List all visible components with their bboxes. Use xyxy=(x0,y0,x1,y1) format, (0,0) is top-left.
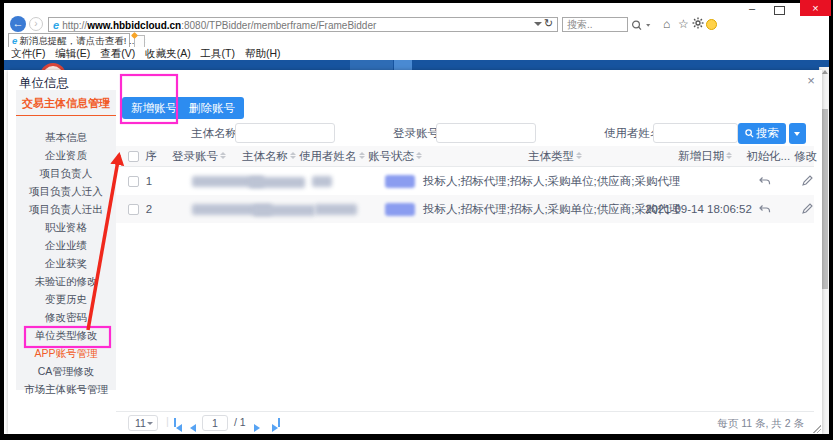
menu-bar: 文件(F) 编辑(E) 查看(V) 收藏夹(A) 工具(T) 帮助(H) xyxy=(4,47,829,61)
pagination-bar: 11 | / 1 每页 11 条, 共 2 条 xyxy=(116,411,814,434)
chevron-down-icon xyxy=(104,101,110,105)
tab-title: 新消息提醒，请点击查看! ... xyxy=(19,35,137,46)
edit-pencil-icon[interactable] xyxy=(800,202,814,216)
sort-icon[interactable] xyxy=(290,152,296,160)
sort-icon[interactable] xyxy=(220,152,226,160)
subject-name-label: 主体名称: xyxy=(191,123,240,143)
row-checkbox[interactable] xyxy=(128,204,139,215)
sidebar-item-qualification[interactable]: 企业资质 xyxy=(16,146,116,164)
url-host: www.hbbidcloud.cn xyxy=(87,20,181,31)
unit-info-modal: 单位信息 × 交易主体信息管理 基本信息 企业资质 项目负责人 项目负责人迁入 … xyxy=(8,70,822,434)
sidebar-item-performance[interactable]: 企业业绩 xyxy=(16,236,116,254)
select-all-checkbox[interactable] xyxy=(128,151,139,162)
sidebar-item-pm-transfer-out[interactable]: 项目负责人迁出 xyxy=(16,200,116,218)
refresh-icon[interactable]: ↻ xyxy=(544,17,553,30)
browser-search-input[interactable]: 搜索.. xyxy=(562,17,628,32)
browser-window: – × ← › ehttp://www.hbbidcloud.cn:8080/T… xyxy=(4,3,829,434)
scrollbar-up-icon[interactable] xyxy=(822,70,828,74)
user-name-input[interactable] xyxy=(653,123,738,143)
redacted-user-name xyxy=(315,204,357,215)
page-header-band xyxy=(4,60,829,70)
scrollbar-thumb[interactable] xyxy=(821,109,828,289)
row-seq: 2 xyxy=(143,195,155,223)
sidebar-section-trade-subject[interactable]: 交易主体信息管理 xyxy=(16,94,116,112)
table-header: 序 登录账号 主体名称 使用者姓名 账号状态 主体类型 新增日期 初始化... … xyxy=(116,146,814,167)
sidebar-item-market-subject-account[interactable]: 市场主体账号管理 xyxy=(16,380,116,398)
initialize-undo-icon[interactable] xyxy=(758,202,772,216)
delete-account-button[interactable]: 删除账号 xyxy=(180,97,244,119)
forward-button[interactable]: › xyxy=(29,17,43,31)
sidebar-item-unverified-changes[interactable]: 未验证的修改 xyxy=(16,272,116,290)
edit-pencil-icon[interactable] xyxy=(800,174,814,188)
row-checkbox[interactable] xyxy=(128,176,139,187)
prev-page-button[interactable] xyxy=(190,418,196,427)
sort-icon[interactable] xyxy=(726,152,732,160)
sort-icon[interactable] xyxy=(416,152,422,160)
settings-gear-icon[interactable] xyxy=(692,17,704,33)
col-edit: 修改 xyxy=(794,146,817,166)
sidebar-item-professional-cert[interactable]: 职业资格 xyxy=(16,218,116,236)
col-user-name[interactable]: 使用者姓名 xyxy=(299,146,365,166)
initialize-undo-icon[interactable] xyxy=(758,174,772,188)
col-created-date[interactable]: 新增日期 xyxy=(678,146,732,166)
sidebar-item-ca-management[interactable]: CA管理修改 xyxy=(16,362,116,380)
restore-button[interactable] xyxy=(774,6,785,15)
col-subject-name[interactable]: 主体名称 xyxy=(242,146,296,166)
ie-icon: e xyxy=(53,19,59,31)
pagination-summary: 每页 11 条, 共 2 条 xyxy=(717,417,804,431)
sidebar-item-unit-type-change[interactable]: 单位类型修改 xyxy=(16,326,116,344)
table-row: 1 投标人;招标代理;招标人;采购单位;供应商;采购代理 xyxy=(116,167,814,195)
sidebar-item-basic-info[interactable]: 基本信息 xyxy=(16,128,116,146)
menu-view[interactable]: 查看(V) xyxy=(100,47,135,60)
address-bar[interactable]: ehttp://www.hbbidcloud.cn:8080/TPBidder/… xyxy=(48,17,558,32)
last-page-button[interactable] xyxy=(272,418,280,427)
subject-type-cell: 投标人;招标代理;招标人;采购单位;供应商;采购代理 xyxy=(423,167,680,195)
search-dropdown-button[interactable] xyxy=(789,123,806,144)
col-login-account[interactable]: 登录账号 xyxy=(172,146,226,166)
minimize-button[interactable]: – xyxy=(741,3,763,16)
sidebar-item-awards[interactable]: 企业获奖 xyxy=(16,254,116,272)
address-dropdown-icon[interactable] xyxy=(534,22,542,26)
nav-highlight-segment xyxy=(394,60,412,70)
sort-icon[interactable] xyxy=(359,152,365,160)
first-page-button[interactable] xyxy=(174,418,182,427)
sidebar-item-pm-transfer-in[interactable]: 项目负责人迁入 xyxy=(16,182,116,200)
tab-new-message[interactable]: e新消息提醒，请点击查看! ...× xyxy=(8,33,130,47)
add-account-button[interactable]: 新增账号 xyxy=(122,97,186,119)
search-magnifier-icon[interactable] xyxy=(630,18,656,31)
menu-edit[interactable]: 编辑(E) xyxy=(55,47,90,60)
sidebar-item-project-manager[interactable]: 项目负责人 xyxy=(16,164,116,182)
menu-help[interactable]: 帮助(H) xyxy=(245,47,281,60)
url-path: :8080/TPBidder/memberframe/FrameBidder xyxy=(181,20,376,31)
page-total-label: / 1 xyxy=(234,416,246,428)
col-initialize: 初始化... xyxy=(746,146,790,166)
sort-icon[interactable] xyxy=(576,152,582,160)
subject-type-cell: 投标人;招标代理;招标人;采购单位;供应商;采购代理 xyxy=(423,195,680,223)
back-button[interactable]: ← xyxy=(10,16,26,32)
sidebar-item-change-history[interactable]: 变更历史 xyxy=(16,290,116,308)
subject-name-input[interactable] xyxy=(235,123,335,143)
col-subject-type[interactable]: 主体类型 xyxy=(528,146,582,166)
favorites-star-icon[interactable]: ☆ xyxy=(678,17,689,32)
sidebar-item-change-password[interactable]: 修改密码 xyxy=(16,308,116,326)
next-page-button[interactable] xyxy=(254,418,260,427)
menu-tools[interactable]: 工具(T) xyxy=(201,47,235,60)
feedback-smiley-icon[interactable] xyxy=(706,19,717,30)
col-account-status[interactable]: 账号状态 xyxy=(368,146,422,166)
menu-file[interactable]: 文件(F) xyxy=(11,47,45,60)
close-button[interactable]: × xyxy=(800,0,831,16)
sidebar-item-app-account[interactable]: APP账号管理 xyxy=(16,344,116,362)
page-number-input[interactable] xyxy=(202,415,228,431)
page-size-select[interactable]: 11 xyxy=(128,415,158,431)
search-button[interactable]: 搜索 xyxy=(738,123,786,144)
modal-close-icon[interactable]: × xyxy=(804,73,818,88)
nav-highlight-segment xyxy=(350,60,393,70)
resize-grip-icon[interactable] xyxy=(813,425,821,433)
sidebar: 交易主体信息管理 基本信息 企业资质 项目负责人 项目负责人迁入 项目负责人迁出… xyxy=(16,90,116,390)
tab-strip: e新消息提醒，请点击查看! ...× xyxy=(4,33,829,47)
login-account-input[interactable] xyxy=(436,123,536,143)
menu-favorites[interactable]: 收藏夹(A) xyxy=(145,47,191,60)
table-row: 2 投标人;招标代理;招标人;采购单位;供应商;采购代理 2021-09-14 … xyxy=(116,195,814,223)
home-icon[interactable]: ⌂ xyxy=(663,17,670,32)
row-seq: 1 xyxy=(143,167,155,195)
